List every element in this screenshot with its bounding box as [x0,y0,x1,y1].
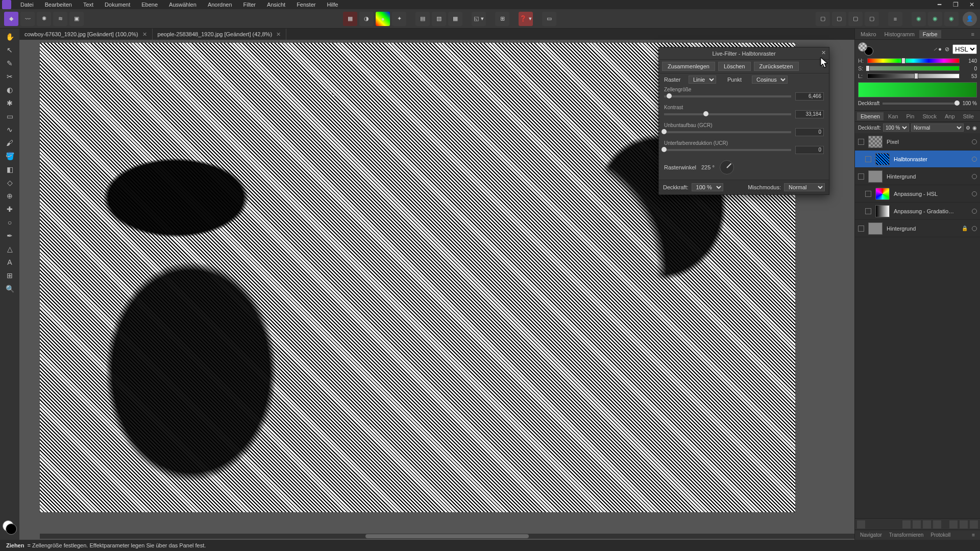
cloud-2-button[interactable]: ◉ [928,12,942,26]
group-icon[interactable] [949,520,958,529]
persona-photo-button[interactable]: ◆ [4,12,18,26]
cellsize-slider[interactable] [664,95,791,97]
gcr-slider[interactable] [664,131,791,133]
lig-slider[interactable] [867,73,960,79]
marquee-tool[interactable]: ▭ [3,110,17,122]
menu-dokument[interactable]: Dokument [100,1,135,9]
panel-tab-makro[interactable]: Makro [857,30,880,38]
persona-export-button[interactable]: ▣ [69,12,84,26]
deck-select[interactable]: 100 % [692,183,723,191]
selection-brush-tool[interactable]: ◐ [3,84,17,96]
maximize-button[interactable]: ❐ [947,0,964,9]
layer-visibility-checkbox[interactable] [858,226,864,232]
menu-anordnen[interactable]: Anordnen [203,1,237,9]
delete-button[interactable]: Löschen [718,62,751,71]
opacity-slider[interactable] [883,103,959,105]
hue-slider[interactable] [867,58,960,63]
layer-eye-icon[interactable] [972,226,977,231]
menu-auswählen[interactable]: Auswählen [164,1,202,9]
layer-visibility-checkbox[interactable] [865,156,871,162]
stock-1-button[interactable]: ▢ [816,12,830,26]
layer-visibility-checkbox[interactable] [865,191,871,197]
ucr-value[interactable]: 0 [795,146,824,154]
layer-row[interactable]: Anpassung - HSL [855,185,980,203]
color-model-select[interactable]: HSL [952,44,977,54]
punkt-select[interactable]: Cosinus [752,76,788,84]
layer-visibility-checkbox[interactable] [858,173,864,180]
mix-select[interactable]: Normal [784,183,825,191]
menu-ansicht[interactable]: Ansicht [262,1,290,9]
eyedropper-icon[interactable]: ⟋● [933,46,942,52]
delete-layer-icon[interactable] [970,520,978,529]
panel-tab-stile[interactable]: Stile [960,112,977,120]
panel-tab-ebenen[interactable]: Ebenen [857,112,884,120]
panel-tab-protokoll[interactable]: Protokoll [927,532,953,538]
arrange-button[interactable]: ⊞ [495,12,509,26]
move-tool[interactable]: ↖ [3,44,17,56]
layer-visibility-checkbox[interactable] [858,139,864,145]
angle-dial[interactable] [720,160,734,174]
panel-tab-stock[interactable]: Stock [919,112,940,120]
mask-icon[interactable] [857,520,865,529]
select-all-button[interactable]: ▤ [415,12,430,26]
clone-tool[interactable]: ⊕ [3,190,17,202]
account-avatar[interactable]: 👤 [963,12,977,26]
panel-tab-transformieren[interactable]: Transformieren [886,532,926,538]
panel-tab-farbe[interactable]: Farbe [919,30,941,38]
opacity-value[interactable]: 100 % [963,101,977,106]
minimize-button[interactable]: ━ [931,0,947,9]
layer-vis-icon[interactable]: ◉ [972,125,977,131]
layer-row[interactable]: Hintergrund🔒 [855,220,980,237]
fg-bg-swatch[interactable] [858,42,873,56]
menu-ebene[interactable]: Ebene [136,1,163,9]
cloud-3-button[interactable]: ◉ [944,12,959,26]
deselect-button[interactable]: ▧ [432,12,446,26]
mask2-icon[interactable] [923,520,931,529]
close-tab-icon[interactable]: ✕ [142,31,147,38]
crop-button[interactable]: ◱ ▾ [472,12,486,26]
layer-blend-select[interactable]: Normal [911,123,964,132]
sat-value[interactable]: 0 [963,66,977,71]
reselect-button[interactable]: ▦ [448,12,462,26]
close-tab-icon[interactable]: ✕ [276,31,281,38]
document-tab[interactable]: people-2583848_1920.jpg [Geändert] (42,8… [153,29,286,40]
lig-value[interactable]: 53 [963,73,977,79]
dodge-tool[interactable]: ○ [3,216,17,229]
add-layer-icon[interactable] [960,520,968,529]
panel-tab-pin[interactable]: Pin [903,112,918,120]
hue-value[interactable]: 140 [963,58,977,64]
autocontrast-button[interactable]: ● [376,12,390,26]
autowhite-button[interactable]: ◑ [359,12,374,26]
stock-3-button[interactable]: ▢ [848,12,863,26]
color-picker-tool[interactable]: ✎ [3,57,17,69]
zoom-tool[interactable]: 🔍 [3,283,17,295]
text-tool[interactable]: A [3,256,17,268]
live-icon[interactable] [933,520,941,529]
dialog-titlebar[interactable]: Live-Filter - Halbtonraster ✕ [659,47,829,60]
fill-tool[interactable]: 🪣 [3,150,17,162]
layer-opacity-select[interactable]: 100 % [883,123,909,132]
fx-icon[interactable] [913,520,921,529]
menu-text[interactable]: Text [78,1,99,9]
brush-tool[interactable]: 🖌 [3,137,17,149]
heal-tool[interactable]: ✚ [3,203,17,215]
cloud-1-button[interactable]: ◉ [912,12,926,26]
erase-tool[interactable]: ◇ [3,177,17,189]
sat-slider[interactable] [867,66,960,71]
crop-tool[interactable]: ✂ [3,70,17,83]
angle-value[interactable]: 225 ° [701,164,715,170]
reset-button[interactable]: Zurücksetzen [754,62,799,71]
menu-bearbeiten[interactable]: Bearbeiten [40,1,77,9]
stock-2-button[interactable]: ▢ [832,12,846,26]
persona-develop-button[interactable]: ✺ [37,12,51,26]
flood-select-tool[interactable]: ✱ [3,97,17,109]
assistant-button[interactable]: ❓ ▾ [519,12,533,26]
close-button[interactable]: ✕ [964,0,980,9]
menu-filter[interactable]: Filter [238,1,261,9]
contrast-slider[interactable] [664,113,791,115]
cellsize-value[interactable]: 6,466 [795,92,824,101]
panel-tab-navigator[interactable]: Navigator [857,532,885,538]
layer-row[interactable]: Hintergrund [855,168,980,185]
layer-fx-icon[interactable]: ⚙ [966,125,970,131]
menu-fenster[interactable]: Fenster [291,1,321,9]
